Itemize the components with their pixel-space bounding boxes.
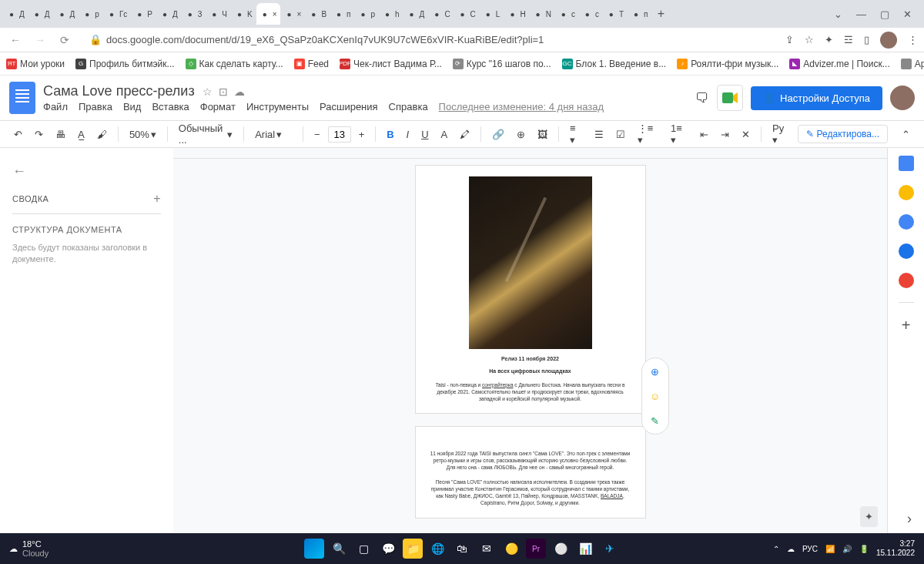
zoom-select[interactable]: 50% ▾ (125, 126, 161, 143)
print-button[interactable]: 🖶 (51, 126, 70, 143)
store-icon[interactable]: 🛍 (452, 539, 472, 559)
meet-icon[interactable] (717, 85, 743, 111)
menu-item[interactable]: Правка (79, 101, 112, 112)
url-field[interactable]: 🔒 docs.google.com/document/d/19_eX6_QSaP… (80, 34, 779, 45)
explorer-icon[interactable]: 📁 (403, 539, 423, 559)
underline-button[interactable]: U (417, 126, 433, 143)
browser-tab[interactable]: ●Д (28, 3, 53, 25)
browser-tab[interactable]: ●Д (54, 3, 79, 25)
browser-tab[interactable]: ●h (379, 3, 403, 25)
font-size-field[interactable] (328, 126, 351, 143)
comments-history-icon[interactable]: 🗨 (695, 90, 709, 106)
bookmark-item[interactable]: ◣Advizer.me | Поиск... (789, 59, 889, 69)
extensions-icon[interactable]: ✦ (825, 34, 833, 45)
ruler[interactable] (173, 148, 887, 159)
cloud-status-icon[interactable]: ☁ (234, 86, 245, 98)
window-minimize[interactable]: — (856, 8, 866, 20)
search-button[interactable]: 🔍 (329, 539, 349, 559)
window-maximize[interactable]: ▢ (880, 8, 889, 20)
bookmark-item[interactable]: PDFЧек-лист Вадима Р... (340, 59, 442, 69)
language-indicator[interactable]: РУС (802, 545, 818, 553)
chrome-menu[interactable]: ⋮ (908, 34, 918, 45)
browser-tab[interactable]: ●C (454, 3, 479, 25)
account-avatar[interactable] (890, 86, 915, 110)
browser-tab[interactable]: ●с (555, 3, 578, 25)
browser-tab[interactable]: ●Д (156, 3, 181, 25)
browser-tab[interactable]: ●C (428, 3, 453, 25)
font-select[interactable]: Arial ▾ (250, 126, 296, 143)
bookmark-item[interactable]: Apple Music for Art... (901, 59, 924, 69)
undo-button[interactable]: ↶ (9, 126, 27, 143)
insert-link-button[interactable]: 🔗 (487, 126, 509, 143)
menu-item[interactable]: Формат (200, 101, 236, 112)
chrome-icon[interactable]: 🟡 (501, 539, 521, 559)
line-spacing-button[interactable]: ☰ (590, 126, 608, 143)
browser-tab[interactable]: ●Д (403, 3, 428, 25)
last-edit-link[interactable]: Последнее изменение: 4 дня назад (439, 101, 604, 112)
premiere-icon[interactable]: Pr (526, 539, 546, 559)
share-url-icon[interactable]: ⇪ (785, 34, 794, 45)
star-doc-icon[interactable]: ☆ (203, 86, 213, 98)
add-summary-button[interactable]: + (153, 192, 161, 206)
clock[interactable]: 3:27 15.11.2022 (876, 539, 915, 558)
style-select[interactable]: Обычный ... ▾ (174, 119, 238, 149)
doc-title[interactable]: Сама Love пресс-релиз (43, 83, 195, 99)
bookmark-item[interactable]: ЯТМои уроки (6, 59, 65, 69)
clear-format-button[interactable]: ✕ (737, 126, 755, 143)
app-icon-2[interactable]: 📊 (575, 539, 595, 559)
font-size-plus[interactable]: + (354, 126, 370, 143)
redo-button[interactable]: ↷ (30, 126, 48, 143)
bold-button[interactable]: B (382, 126, 398, 143)
bulleted-list-button[interactable]: ⋮≡ ▾ (633, 119, 663, 149)
bookmark-item[interactable]: ◇Как сделать карту... (186, 59, 283, 69)
reading-list-icon[interactable]: ☲ (844, 34, 853, 45)
menu-item[interactable]: Справка (389, 101, 428, 112)
browser-tab[interactable]: ●Д (3, 3, 28, 25)
toolbar-collapse[interactable]: ⌃ (897, 126, 915, 143)
editing-mode-button[interactable]: ✎ Редактирова... (798, 125, 888, 143)
decrease-indent-button[interactable]: ⇤ (695, 126, 713, 143)
spellcheck-button[interactable]: A̲ (73, 126, 89, 143)
contacts-icon[interactable] (899, 243, 914, 259)
browser-tab[interactable]: ●K (231, 3, 256, 25)
profile-avatar[interactable] (880, 32, 897, 49)
insert-comment-button[interactable]: ⊕ (512, 126, 530, 143)
get-addons-button[interactable]: + (902, 317, 911, 334)
input-tools-button[interactable]: Ру ▾ (768, 119, 795, 149)
browser-tab[interactable]: ●р (354, 3, 378, 25)
browser-tab[interactable]: ●3 (182, 3, 206, 25)
align-button[interactable]: ≡ ▾ (565, 119, 587, 149)
add-suggestion-icon[interactable]: ✎ (647, 412, 664, 429)
paint-format-button[interactable]: 🖌 (92, 126, 112, 143)
browser-tab[interactable]: ●Ч (206, 3, 230, 25)
browser-tab[interactable]: ●× (281, 3, 305, 25)
window-close[interactable]: ✕ (903, 8, 912, 20)
add-comment-icon[interactable]: ⊕ (647, 363, 664, 380)
browser-tab[interactable]: ●× (256, 3, 280, 25)
browser-tab[interactable]: ●Гс (103, 3, 130, 25)
bookmark-item[interactable]: GCБлок 1. Введение в... (562, 59, 667, 69)
menu-item[interactable]: Вставка (152, 101, 189, 112)
docs-logo-icon[interactable] (9, 82, 35, 114)
highlight-button[interactable]: 🖍 (455, 126, 474, 143)
window-chevron[interactable]: ⌄ (834, 8, 842, 20)
browser-tab[interactable]: ●с (579, 3, 602, 25)
start-button[interactable] (304, 539, 324, 559)
browser-tab[interactable]: ●р (79, 3, 102, 25)
browser-tab[interactable]: ●п (330, 3, 353, 25)
browser-tab[interactable]: ●B (305, 3, 330, 25)
increase-indent-button[interactable]: ⇥ (716, 126, 734, 143)
browser-tab[interactable]: ●п (628, 3, 651, 25)
menu-item[interactable]: Инструменты (246, 101, 309, 112)
checklist-button[interactable]: ☑ (611, 126, 630, 143)
bookmark-item[interactable]: ♪Роялти-фри музык... (677, 59, 778, 69)
page-2[interactable]: 11 ноября 2022 года TAISI выпустила синг… (415, 426, 646, 519)
chat-app-icon[interactable]: 💬 (378, 539, 398, 559)
side-panel-icon[interactable]: ▯ (864, 34, 869, 45)
browser-tab[interactable]: ●N (530, 3, 554, 25)
calendar-icon[interactable] (899, 156, 914, 171)
edge-icon[interactable]: 🌐 (427, 539, 447, 559)
bookmark-item[interactable]: GПрофиль битмэйк... (75, 59, 175, 69)
share-button[interactable]: 👤 Настройки Доступа (751, 86, 882, 110)
nav-back[interactable]: ← (6, 34, 25, 46)
